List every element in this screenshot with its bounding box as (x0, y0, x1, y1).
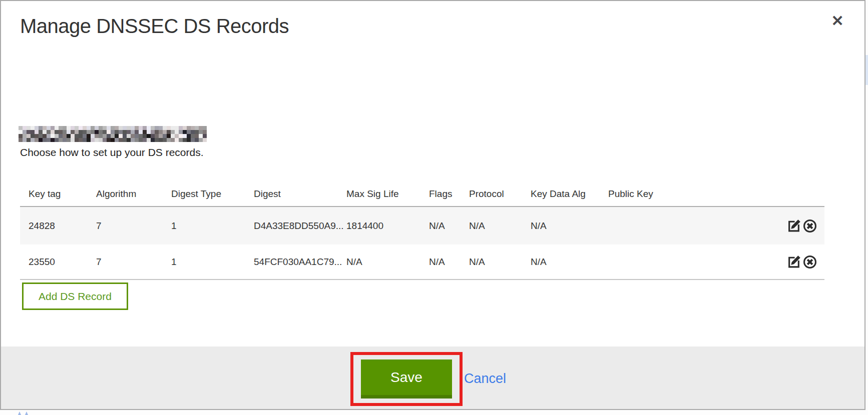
mosaic-pixel (203, 134, 207, 138)
mosaic-pixel (179, 134, 183, 138)
mosaic-pixel (23, 130, 27, 134)
mosaic-pixel (71, 134, 75, 138)
table-cell: 1814400 (346, 220, 429, 232)
mosaic-pixel (107, 126, 111, 130)
mosaic-pixel (179, 130, 183, 134)
mosaic-pixel (151, 138, 155, 142)
add-ds-record-button[interactable]: Add DS Record (22, 282, 128, 310)
mosaic-pixel (187, 138, 191, 142)
mosaic-pixel (27, 134, 31, 138)
table-cell: 54FCF030AA1C79... (254, 256, 346, 268)
mosaic-pixel (59, 130, 63, 134)
background-page-strip (865, 55, 868, 85)
mosaic-pixel (39, 134, 43, 138)
mosaic-pixel (119, 130, 123, 134)
mosaic-pixel (103, 138, 107, 142)
mosaic-pixel (155, 130, 159, 134)
mosaic-pixel (47, 138, 51, 142)
mosaic-pixel (159, 130, 163, 134)
mosaic-pixel (175, 138, 179, 142)
edit-record-button[interactable] (787, 219, 801, 233)
delete-record-button[interactable] (802, 255, 817, 269)
mosaic-pixel (67, 134, 71, 138)
mosaic-pixel (163, 126, 167, 130)
mosaic-pixel (35, 134, 39, 138)
mosaic-pixel (167, 138, 171, 142)
close-icon[interactable]: ✕ (828, 12, 846, 30)
mosaic-pixel (147, 138, 151, 142)
dialog-footer: Save Cancel (1, 346, 864, 409)
mosaic-pixel (151, 126, 155, 130)
mosaic-pixel (83, 138, 87, 142)
mosaic-pixel (123, 126, 127, 130)
mosaic-pixel (43, 134, 47, 138)
mosaic-pixel (55, 126, 59, 130)
mosaic-pixel (115, 126, 119, 130)
mosaic-pixel (203, 130, 207, 134)
mosaic-pixel (163, 130, 167, 134)
table-cell: D4A33E8DD550A9... (254, 220, 346, 232)
mosaic-pixel (99, 130, 103, 134)
mosaic-pixel (143, 138, 147, 142)
mosaic-pixel (67, 130, 71, 134)
mosaic-pixel (107, 138, 111, 142)
delete-circle-icon (803, 219, 817, 233)
mosaic-pixel (59, 134, 63, 138)
manage-dnssec-ds-records-dialog: Manage DNSSEC DS Records ✕ Choose how to… (0, 0, 865, 410)
column-header: Digest (254, 188, 346, 200)
mosaic-pixel (179, 138, 183, 142)
mosaic-pixel (171, 134, 175, 138)
mosaic-pixel (43, 130, 47, 134)
mosaic-pixel (163, 134, 167, 138)
mosaic-pixel (63, 134, 67, 138)
mosaic-pixel (143, 130, 147, 134)
mosaic-pixel (103, 134, 107, 138)
mosaic-pixel (175, 130, 179, 134)
table-cell: 1 (171, 220, 254, 232)
mosaic-pixel (143, 126, 147, 130)
table-header: Key tagAlgorithmDigest TypeDigestMax Sig… (20, 182, 824, 206)
mosaic-pixel (123, 130, 127, 134)
mosaic-pixel (147, 126, 151, 130)
mosaic-pixel (123, 138, 127, 142)
mosaic-pixel (175, 126, 179, 130)
mosaic-pixel (199, 126, 203, 130)
table-cell: N/A (346, 256, 429, 268)
mosaic-pixel (107, 130, 111, 134)
mosaic-pixel (79, 130, 83, 134)
mosaic-pixel (23, 138, 27, 142)
mosaic-pixel (43, 126, 47, 130)
table-cell: 23550 (29, 256, 96, 268)
mosaic-pixel (139, 134, 143, 138)
table-row: 2482871D4A33E8DD550A9...1814400N/AN/AN/A (20, 207, 824, 244)
mosaic-pixel (191, 138, 195, 142)
mosaic-pixel (127, 138, 131, 142)
background-page-glyph (15, 410, 32, 415)
mosaic-pixel (183, 134, 187, 138)
mosaic-pixel (139, 126, 143, 130)
mosaic-pixel (115, 134, 119, 138)
dialog-instruction: Choose how to set up your DS records. (20, 146, 204, 158)
mosaic-pixel (119, 134, 123, 138)
mosaic-pixel (75, 134, 79, 138)
mosaic-pixel (71, 126, 75, 130)
mosaic-pixel (63, 138, 67, 142)
save-button[interactable]: Save (361, 360, 452, 398)
table-header-row: Key tagAlgorithmDigest TypeDigestMax Sig… (20, 182, 824, 206)
edit-icon (787, 255, 801, 268)
mosaic-pixel (175, 134, 179, 138)
mosaic-pixel (51, 126, 55, 130)
mosaic-pixel (91, 130, 95, 134)
delete-record-button[interactable] (802, 219, 817, 233)
mosaic-pixel (83, 126, 87, 130)
cancel-link[interactable]: Cancel (464, 371, 506, 386)
mosaic-pixel (183, 130, 187, 134)
mosaic-pixel (119, 138, 123, 142)
mosaic-pixel (131, 126, 135, 130)
mosaic-pixel (35, 130, 39, 134)
mosaic-pixel (163, 138, 167, 142)
column-header: Flags (429, 188, 469, 200)
mosaic-pixel (23, 126, 27, 130)
edit-record-button[interactable] (787, 255, 801, 269)
mosaic-pixel (83, 130, 87, 134)
